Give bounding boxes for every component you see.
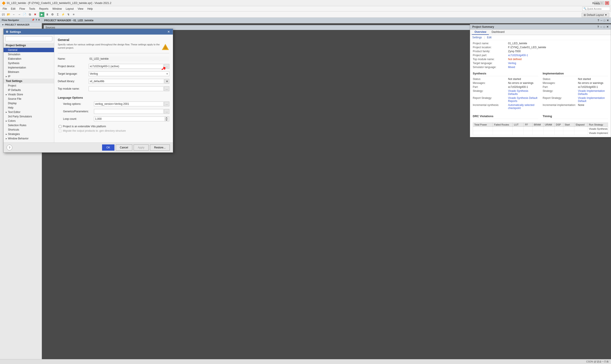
vitis-platform-checkbox[interactable] — [59, 125, 62, 128]
layout-arrow-icon: ▼ — [605, 13, 607, 16]
device-browse-btn[interactable]: … — [164, 64, 169, 69]
sidebar-item-help[interactable]: Help — [3, 105, 54, 110]
main-area: Flow Navigator 📌 ? ✕ ▼ PROJECT MANAGER P… — [0, 18, 611, 364]
loop-count-down-btn[interactable]: ▼ — [165, 119, 168, 121]
toolbar-btn-pause[interactable]: ⏸ — [45, 12, 50, 17]
form-value-top-module[interactable] — [89, 86, 164, 91]
toolbar-btn-sigma[interactable]: Σ — [55, 12, 60, 17]
menu-flow[interactable]: Flow — [18, 7, 27, 11]
close-button[interactable]: ✕ — [605, 1, 609, 5]
toolbar-btn-code[interactable]: ⟨/⟩ — [1, 12, 6, 17]
sidebar-item-source-file[interactable]: Source File — [3, 97, 54, 101]
menu-view[interactable]: View — [76, 7, 85, 11]
layout-selector[interactable]: ⊞ Default Layout ▼ — [582, 13, 609, 17]
sidebar-item-window-behavior[interactable]: Window Behavior — [3, 136, 54, 141]
pm-panel-actions: ? ─ □ ✕ — [597, 19, 609, 22]
sidebar-item-project[interactable]: Project — [3, 83, 54, 88]
migrate-output-checkbox[interactable] — [59, 130, 62, 132]
menu-reports[interactable]: Reports — [37, 7, 50, 11]
toolbar-btn-settings[interactable]: ⚙ — [50, 12, 55, 17]
sidebar-item-display[interactable]: Display — [3, 101, 54, 105]
toolbar-btn-compile[interactable]: ⚡ — [61, 12, 66, 17]
sidebar-item-bitstream[interactable]: Bitstream — [3, 70, 54, 74]
bottom-status-bar: CSDN @'进走一只鱼' — [0, 359, 611, 364]
toolbar-run-btn[interactable]: ▶ — [40, 12, 44, 17]
generics-browse-btn[interactable]: … — [164, 109, 169, 114]
sidebar-item-elaboration[interactable]: Elaboration — [3, 57, 54, 61]
toolbar-btn-more[interactable]: ≡ — [71, 12, 76, 17]
toolbar-btn-open[interactable]: 📂 — [6, 12, 11, 17]
toolbar-btn-flash[interactable]: ↯ — [66, 12, 71, 17]
form-value-verilog-opts[interactable]: verilog_version=Verilog 2001 — [94, 102, 164, 106]
settings-dialog-footer: ? OK Cancel Apply Restore... — [3, 143, 173, 152]
sidebar-item-implementation[interactable]: Implementation — [3, 65, 54, 70]
pm-restore-icon[interactable]: □ — [604, 19, 605, 22]
sidebar-item-text-editor[interactable]: Text Editor — [3, 110, 54, 114]
pm-help-icon[interactable]: ? — [597, 19, 599, 22]
quick-access-search[interactable]: 🔍 — [582, 7, 610, 11]
language-options-title: Language Options — [58, 95, 169, 99]
vitis-platform-row: Project is an extensible Vitis platform — [58, 125, 169, 128]
flow-navigator-actions: 📌 ? ✕ — [31, 18, 40, 21]
restore-button[interactable]: Restore... — [150, 144, 170, 151]
sidebar-item-vivado-store[interactable]: Vivado Store — [3, 92, 54, 97]
settings-desc-text: Specify values for various settings used… — [58, 43, 161, 50]
sidebar-item-selection-rules[interactable]: Selection Rules — [3, 123, 54, 128]
toolbar-btn-stop[interactable]: ✖ — [33, 12, 38, 17]
top-module-browse-btn[interactable]: … — [164, 86, 169, 91]
menu-window[interactable]: Window — [51, 7, 64, 11]
ok-button[interactable]: OK — [102, 144, 114, 151]
form-row-name: Name: 01_LED_twinkle — [58, 56, 169, 62]
toolbar-btn-new[interactable]: 📄 — [22, 12, 27, 17]
pm-close-icon[interactable]: ✕ — [607, 19, 609, 22]
menu-layout[interactable]: Layout — [64, 7, 75, 11]
form-label-generics: Generics/Parameters: — [58, 110, 94, 113]
settings-close-icon[interactable]: ✕ — [167, 30, 171, 34]
form-select-target-lang[interactable]: Verilog ▼ — [89, 71, 169, 76]
sidebar-item-general[interactable]: General — [3, 48, 54, 52]
verilog-opts-browse-btn[interactable]: … — [164, 102, 169, 106]
sources-close-icon[interactable]: ✕ — [605, 26, 608, 29]
settings-dialog[interactable]: ⚙ Settings ✕ Project Settings General Si… — [3, 29, 173, 153]
menu-file[interactable]: File — [1, 7, 9, 11]
help-button[interactable]: ? — [7, 145, 12, 150]
loop-count-up-btn[interactable]: ▲ — [165, 117, 168, 119]
sidebar-item-synthesis[interactable]: Synthesis — [3, 61, 54, 65]
sidebar-item-shortcuts[interactable]: Shortcuts — [3, 128, 54, 132]
toolbar-btn-back[interactable]: ← — [12, 12, 16, 17]
form-value-generics[interactable] — [94, 109, 164, 114]
sources-max-icon[interactable]: □ — [603, 26, 604, 29]
sources-help-icon[interactable]: ? — [598, 26, 599, 29]
form-value-loop-count[interactable]: 1,000 ▲ ▼ — [94, 117, 169, 121]
sidebar-item-ip-defaults[interactable]: IP Defaults — [3, 88, 54, 92]
pm-panel-title: PROJECT MANAGER - 01_LED_twinkle — [44, 19, 94, 22]
sidebar-item-simulation[interactable]: Simulation — [3, 52, 54, 57]
toolbar-btn-copy[interactable]: ⧉ — [27, 12, 32, 17]
settings-dialog-body: Project Settings General Simulation Elab… — [3, 35, 173, 143]
quick-access-input[interactable] — [587, 8, 609, 10]
settings-search-input[interactable] — [6, 38, 51, 40]
sidebar-item-strategies[interactable]: Strategies — [3, 132, 54, 136]
sidebar-item-ip[interactable]: IP — [3, 74, 54, 79]
lib-clear-btn[interactable]: ✕ — [165, 79, 169, 84]
toolbar: ⟨/⟩ 📂 ← → 📄 ⧉ ✖ ▶ ⏸ ⚙ Σ ⚡ ↯ ≡ ⊞ Default … — [0, 12, 611, 18]
form-value-default-lib[interactable]: xil_defaultlib — [89, 79, 164, 84]
flow-nav-pin-icon[interactable]: 📌 — [31, 18, 35, 21]
loop-count-spinner[interactable]: ▲ ▼ — [165, 117, 168, 121]
sidebar-item-3rd-party[interactable]: 3rd Party Simulators — [3, 114, 54, 119]
flow-nav-close-icon[interactable]: ✕ — [38, 18, 40, 21]
menu-help[interactable]: Help — [85, 7, 95, 11]
sidebar-item-colors[interactable]: Colors — [3, 119, 54, 123]
flow-nav-help-icon[interactable]: ? — [36, 18, 37, 21]
toolbar-btn-forward[interactable]: → — [17, 12, 22, 17]
settings-dialog-title-group: ⚙ Settings — [6, 30, 21, 33]
menu-edit[interactable]: Edit — [9, 7, 17, 11]
maximize-button[interactable]: □ — [599, 1, 604, 5]
menu-tools[interactable]: Tools — [27, 7, 37, 11]
settings-search-box[interactable] — [5, 36, 52, 41]
apply-button[interactable]: Apply — [134, 144, 149, 151]
form-row-loop-count: Loop count: 1,000 ▲ ▼ — [58, 116, 169, 122]
sources-min-icon[interactable]: ─ — [600, 26, 602, 29]
pm-pin-icon[interactable]: ─ — [600, 19, 602, 22]
cancel-button[interactable]: Cancel — [116, 144, 132, 151]
